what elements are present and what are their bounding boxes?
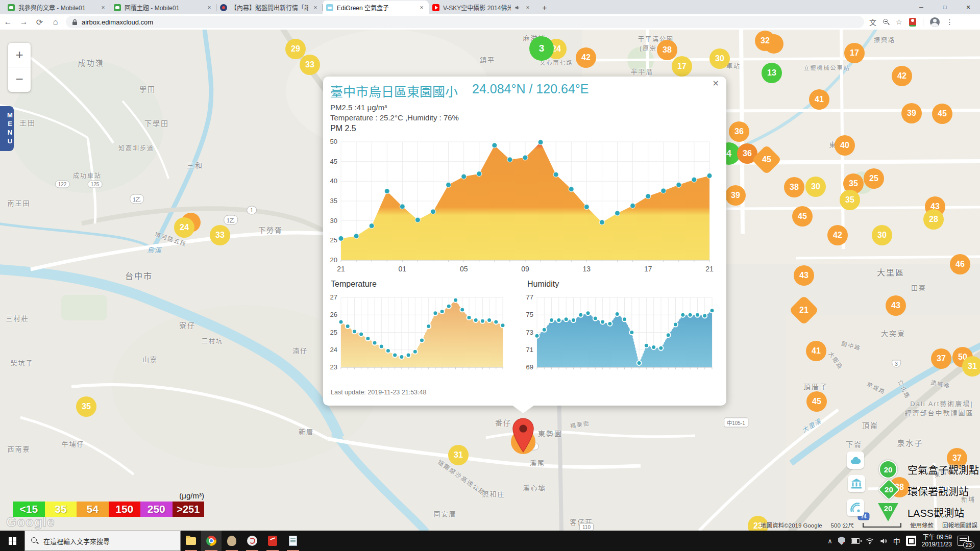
maximize-button[interactable]: □ [933,0,957,14]
map-marker[interactable]: 29 [285,39,306,59]
zoom-page-icon[interactable] [883,19,889,25]
map-marker[interactable]: 17 [672,56,692,77]
road-shield: 1乙 [130,194,144,204]
tab-1[interactable]: 我參與的文章 - Mobile01✕ [4,1,110,14]
map-place-label: 溪尾 [530,458,545,467]
tab-audio-icon[interactable] [514,5,521,11]
tab-close-icon[interactable]: ✕ [524,5,531,10]
translate-icon[interactable]: 文 [869,17,876,27]
map-marker[interactable]: 28 [923,209,944,230]
report-error-link[interactable]: 回報地圖錯誤 [942,521,977,529]
road-shield: 122 [55,181,70,188]
map-place-label: 台中市 [125,269,153,282]
map-marker[interactable]: 30 [805,177,826,197]
map-marker[interactable]: 37 [931,348,951,369]
tab-close-icon[interactable]: ✕ [206,5,213,10]
taskbar-app-chrome[interactable] [201,531,222,551]
profile-avatar[interactable] [930,17,940,27]
extension-icon[interactable] [909,18,916,27]
map-marker[interactable]: 41 [809,89,829,110]
map-marker[interactable]: 35 [840,190,860,210]
map-marker[interactable]: 38 [657,40,677,60]
start-button[interactable] [0,531,24,551]
back-button[interactable]: ← [0,17,16,27]
map-marker[interactable]: 40 [835,135,855,156]
map-marker[interactable]: 35 [76,396,96,417]
tab-close-icon[interactable]: ✕ [418,5,425,10]
wifi-icon[interactable] [866,537,874,545]
map-marker[interactable]: 17 [844,43,865,63]
taskbar-app-file-explorer[interactable] [181,531,201,551]
map-marker[interactable]: 32 [755,31,775,51]
file-explorer-icon [186,537,196,545]
bookmark-star-icon[interactable]: ☆ [896,18,902,26]
taskbar-app-game[interactable] [222,531,242,551]
reload-button[interactable]: ⟳ [32,17,47,27]
map-marker[interactable]: 31 [448,445,469,465]
map-place-label: 泉水子 [897,437,923,448]
forward-button[interactable]: → [16,17,32,27]
tab-close-icon[interactable]: ✕ [312,5,319,10]
new-tab-button[interactable]: + [538,1,551,14]
map-marker[interactable]: 43 [886,295,906,316]
map-marker[interactable]: 46 [950,254,970,274]
tab-strip: 我參與的文章 - Mobile01✕回覆主題 - Mobile01✕【內幕】賭盤… [0,0,980,14]
map-marker[interactable]: 33 [210,225,230,245]
map-marker[interactable]: 42 [827,225,848,245]
close-button[interactable]: ✕ [957,0,980,14]
address-bar[interactable]: airbox.edimaxcloud.com [66,16,864,28]
hidden-icons-chevron[interactable]: ∧ [827,537,832,545]
ime-language-indicator[interactable]: 中 [893,536,900,546]
map-marker[interactable]: 45 [932,104,952,124]
map-marker[interactable]: 3 [529,36,554,61]
taskbar-search[interactable]: 在這裡輸入文字來搜尋 [24,531,181,551]
tab-3[interactable]: 【內幕】賭盤開出新行情「讓80✕ [216,1,323,14]
map-marker[interactable]: 38 [784,177,804,197]
browser-menu-icon[interactable]: ⋮ [946,18,953,26]
map-place-label: 東勢園 [538,428,562,438]
map-marker[interactable]: 41 [806,341,826,361]
map-marker[interactable]: 24 [174,217,194,238]
taskbar-app-notepad[interactable] [283,531,303,551]
map-marker[interactable]: 45 [806,391,827,412]
scale-legend-box: >251 [173,502,205,517]
map-canvas[interactable]: 成功嶺學田王田下學田知高圳步道三和成功車站南王田下勞胥環河路五段烏溪台中市三村莊… [0,30,980,531]
minimize-button[interactable]: ─ [910,0,933,14]
security-tray-icon[interactable] [838,537,845,545]
map-marker[interactable]: 39 [725,185,746,206]
map-marker[interactable]: 45 [792,206,813,227]
notification-center-icon[interactable]: 23 [958,536,969,546]
taskbar-app-snip[interactable] [242,531,262,551]
zoom-out-button[interactable]: − [8,67,31,91]
map-marker[interactable]: 31 [962,356,980,377]
ime-mode-icon[interactable] [906,536,916,546]
menu-tab[interactable]: MENU [0,106,14,151]
map-marker[interactable]: 25 [864,168,884,189]
map-marker[interactable]: 43 [794,265,814,286]
taskbar-clock[interactable]: 下午 09:59 2019/11/23 [922,534,952,548]
map-place-label: 田寮 [911,283,926,292]
map-marker[interactable]: 33 [300,55,320,75]
volume-icon[interactable] [879,537,888,545]
tab-close-icon[interactable]: ✕ [100,5,107,10]
map-marker[interactable]: 30 [872,225,892,245]
taskbar-app-pdf[interactable] [262,531,283,551]
map-marker[interactable]: 36 [729,121,749,142]
terms-link[interactable]: 使用條款 [910,521,934,529]
battery-icon[interactable] [851,538,860,544]
clock-date: 2019/11/23 [922,541,952,548]
map-marker[interactable]: 13 [762,63,782,83]
tab-2[interactable]: 回覆主題 - Mobile01✕ [110,1,216,14]
map-marker[interactable]: 39 [901,103,922,123]
map-marker[interactable]: 42 [576,47,596,68]
zoom-in-button[interactable]: + [8,43,31,67]
screen: 我參與的文章 - Mobile01✕回覆主題 - Mobile01✕【內幕】賭盤… [0,0,980,551]
tab-5[interactable]: V-SKY空中攝影 2014佛光山✕ [429,1,535,14]
tab-4[interactable]: EdiGreen 空氣盒子✕ [323,1,429,14]
selected-station-pin[interactable] [512,417,534,453]
browser-toolbar: ← → ⟳ ⌂ airbox.edimaxcloud.com 文 ☆ ⋮ [0,14,980,30]
home-button[interactable]: ⌂ [47,17,63,27]
popup-close-icon[interactable]: ✕ [713,79,719,88]
map-marker[interactable]: 30 [709,48,730,69]
map-marker[interactable]: 42 [892,66,912,86]
